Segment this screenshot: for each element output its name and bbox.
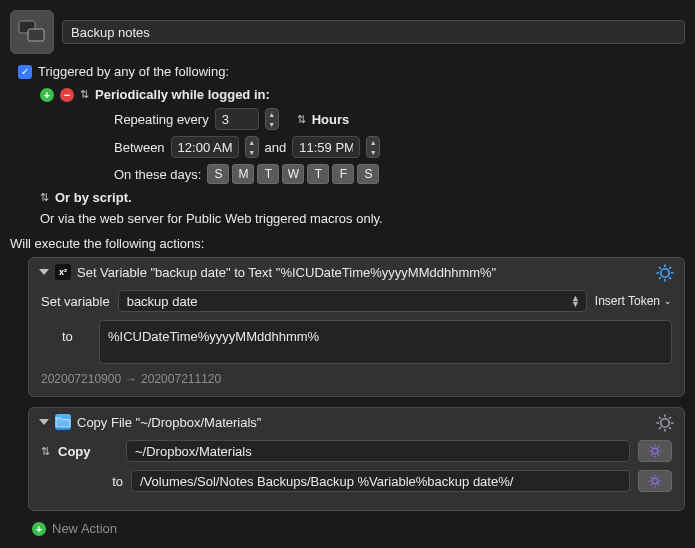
svg-line-34	[651, 477, 652, 478]
svg-point-29	[652, 478, 658, 484]
folder-icon	[55, 414, 71, 430]
sort-icon[interactable]: ⇅	[40, 192, 49, 203]
macro-title-input[interactable]	[62, 20, 685, 44]
new-action-label[interactable]: New Action	[52, 521, 117, 536]
svg-line-25	[651, 447, 652, 448]
source-path-input[interactable]: ~/Dropbox/Materials	[126, 440, 630, 462]
action-copy-file: Copy File "~/Dropbox/Materials" ⇅ Copy ~…	[28, 407, 685, 511]
svg-point-20	[652, 448, 658, 454]
gear-icon[interactable]	[656, 414, 674, 432]
days-row: S M T W T F S	[207, 164, 379, 184]
between-label: Between	[114, 140, 165, 155]
sort-icon[interactable]: ⇅	[41, 446, 50, 457]
svg-line-35	[658, 484, 659, 485]
variable-value-textarea[interactable]: to %ICUDateTime%yyyyMMddhhmm%	[99, 320, 672, 364]
day-sun[interactable]: S	[207, 164, 229, 184]
repeat-value-input[interactable]	[215, 108, 259, 130]
day-fri[interactable]: F	[332, 164, 354, 184]
and-label: and	[265, 140, 287, 155]
periodic-trigger-label[interactable]: Periodically while logged in:	[95, 87, 270, 102]
to-label: to	[63, 474, 123, 489]
repeat-stepper[interactable]: ▲▼	[265, 108, 279, 130]
macro-icon[interactable]	[10, 10, 54, 54]
action-title: Copy File "~/Dropbox/Materials"	[77, 415, 261, 430]
svg-line-28	[658, 447, 659, 448]
svg-rect-1	[28, 29, 44, 41]
between-start-stepper[interactable]: ▲▼	[245, 136, 259, 158]
svg-line-37	[658, 477, 659, 478]
set-variable-label: Set variable	[41, 294, 110, 309]
insert-token-button[interactable]: Insert Token ⌄	[595, 294, 672, 308]
svg-line-36	[651, 484, 652, 485]
between-end-stepper[interactable]: ▲▼	[366, 136, 380, 158]
svg-line-17	[669, 427, 671, 429]
execute-label: Will execute the following actions:	[10, 236, 685, 251]
add-action-button[interactable]: +	[32, 522, 46, 536]
svg-line-9	[659, 277, 661, 279]
repeat-unit-dropdown[interactable]: Hours	[312, 112, 350, 127]
day-wed[interactable]: W	[282, 164, 304, 184]
disclosure-icon[interactable]	[39, 419, 49, 425]
day-mon[interactable]: M	[232, 164, 254, 184]
day-thu[interactable]: T	[307, 164, 329, 184]
copy-label[interactable]: Copy	[58, 444, 118, 459]
dest-path-input[interactable]: /Volumes/Sol/Notes Backups/Backup %Varia…	[131, 470, 630, 492]
action-title: Set Variable "backup date" to Text "%ICU…	[77, 265, 496, 280]
disclosure-icon[interactable]	[39, 269, 49, 275]
variable-name-select[interactable]: backup date ▲▼	[118, 290, 587, 312]
svg-line-18	[659, 427, 661, 429]
svg-point-11	[661, 419, 669, 427]
variable-icon: x²	[55, 264, 71, 280]
svg-line-7	[659, 267, 661, 269]
svg-line-8	[669, 277, 671, 279]
add-trigger-button[interactable]: +	[40, 88, 54, 102]
remove-trigger-button[interactable]: −	[60, 88, 74, 102]
svg-point-2	[661, 269, 669, 277]
days-label: On these days:	[114, 167, 201, 182]
svg-line-26	[658, 454, 659, 455]
dest-gear-button[interactable]	[638, 470, 672, 492]
or-web-label: Or via the web server for Public Web tri…	[40, 211, 383, 226]
source-gear-button[interactable]	[638, 440, 672, 462]
repeating-label: Repeating every	[114, 112, 209, 127]
svg-line-16	[659, 417, 661, 419]
svg-line-19	[669, 417, 671, 419]
action-set-variable: x² Set Variable "backup date" to Text "%…	[28, 257, 685, 397]
triggered-checkbox[interactable]: ✓	[18, 65, 32, 79]
sort-icon[interactable]: ⇅	[80, 89, 89, 100]
gear-icon[interactable]	[656, 264, 674, 282]
or-script-label[interactable]: Or by script.	[55, 190, 132, 205]
unit-sort-icon[interactable]: ⇅	[297, 114, 306, 125]
day-sat[interactable]: S	[357, 164, 379, 184]
svg-line-27	[651, 454, 652, 455]
between-start-input[interactable]	[171, 136, 239, 158]
between-end-input[interactable]	[292, 136, 360, 158]
svg-line-10	[669, 267, 671, 269]
day-tue[interactable]: T	[257, 164, 279, 184]
to-label: to	[62, 329, 73, 344]
triggered-label: Triggered by any of the following:	[38, 64, 229, 79]
value-preview: 202007210900→202007211120	[29, 364, 684, 386]
